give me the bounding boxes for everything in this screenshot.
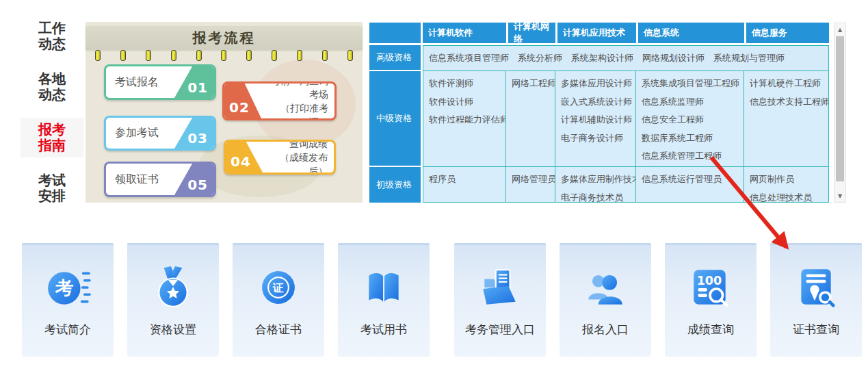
qualification-name: 信息系统运行管理员 [642,170,741,189]
qualification-cell: 多媒体应用制作技术员电子商务技术员 [555,167,636,203]
card-exam-books[interactable]: 考试用书 [338,243,430,357]
scroll-thumb[interactable] [836,36,844,181]
qualification-cell: 信息系统运行管理员 [636,167,744,203]
qualification-cell: 网络管理员 [506,167,555,203]
qualification-cell: 网络工程师 [506,71,555,167]
qualification-cell: 程序员 [423,167,506,203]
card-exam-admin-entry[interactable]: 考务管理入口 [454,243,546,357]
users-icon [583,263,628,312]
flow-panel-title: 报考流程 [86,26,363,50]
table-header-col-2: 计算机应用技术 [555,23,636,43]
step-number: 01 [187,79,208,96]
qualification-name: 程序员 [429,170,503,189]
qualification-name: 多媒体应用设计师 [561,75,633,93]
qualification-table: 计算机软件计算机网络计算机应用技术信息系统信息服务高级资格信息系统项目管理师 系… [369,23,846,203]
sidebar-item-exam-schedule[interactable]: 考试 安排 [21,168,83,208]
qualification-name: 网络工程师 [512,75,552,93]
flow-title-text: 报考流程 [193,29,256,47]
qualification-cell-senior: 信息系统项目管理师 系统分析师 系统架构设计师 网络规划设计师 系统规划与管理师 [423,45,829,71]
card-label-score-query: 成绩查询 [687,322,734,337]
certificate-search-icon [793,263,839,312]
book-icon [361,263,406,312]
qualification-name: 嵌入式系统设计师 [561,93,633,112]
qualification-name: 数据库系统工程师 [642,129,741,148]
binder-pin-icon [196,50,202,61]
card-label-certificate-query: 证书查询 [793,322,839,337]
binder-pin-icon [95,50,101,61]
qualification-name: 信息系统监理师 [642,93,741,112]
card-label-exam-admin-entry: 考务管理入口 [465,322,535,337]
svg-text:考: 考 [54,277,73,298]
table-header-col-4: 信息服务 [744,23,829,43]
folder-doc-icon [477,263,523,312]
step-label: 考前一周查询考场 （打印准考证） [263,84,328,118]
binder-pin-icon [246,50,252,61]
sidebar-item-work-news[interactable]: 工作 动态 [21,16,83,56]
qualification-name: 电子商务技术员 [561,189,633,203]
qualification-name: 系统集成项目管理工程师 [642,75,741,93]
table-header-col-0: 计算机软件 [423,23,506,43]
score-search-icon: 100 [688,263,733,312]
qualification-cell: 计算机硬件工程师信息技术支持工程师 [744,71,829,167]
step-label: 考试报名 [115,66,173,98]
row-label-junior: 初级资格 [369,167,421,203]
qualification-name: 信息安全工程师 [642,111,741,129]
flow-step-02: 考前一周查询考场 （打印准考证）02 [222,81,337,120]
sidebar-item-local-news[interactable]: 各地 动态 [21,67,83,107]
qualification-cell: 系统集成项目管理工程师信息系统监理师信息安全工程师数据库系统工程师信息系统管理工… [636,71,744,167]
table-scrollbar[interactable]: ▲ ▼ [834,23,846,203]
step-number: 04 [231,153,251,170]
table-corner-cell [369,23,421,43]
binder-pins [95,50,353,61]
seal-icon: 证 [255,263,302,312]
qualification-cell: 网页制作员信息处理技术员 [744,167,829,203]
binder-pin-icon [347,50,353,61]
row-label-senior: 高级资格 [369,45,421,71]
qualification-name: 网页制作员 [750,170,826,189]
card-label-registration-entry: 报名入口 [582,322,629,337]
exam-process-panel: 报考流程 考试报名01考前一周查询考场 （打印准考证）02参加考试03查询成绩 … [86,22,363,203]
binder-pin-icon [221,50,226,61]
flow-step-01: 考试报名01 [104,64,216,100]
exam-icon: 考 [44,263,92,312]
sidebar: 工作 动态各地 动态报考 指南考试 安排 [21,16,83,208]
quick-entry-cards: 考考试简介资格设置证合格证书考试用书考务管理入口报名入口100成绩查询证书查询 [22,243,862,357]
card-registration-entry[interactable]: 报名入口 [560,243,651,357]
qualification-name: 信息技术支持工程师 [750,93,826,112]
flow-step-04: 查询成绩 （成绩发布后）04 [224,140,336,175]
card-label-exam-intro: 考试简介 [44,322,91,337]
card-exam-intro[interactable]: 考考试简介 [22,243,114,357]
qualification-name: 计算机辅助设计师 [561,111,633,129]
scroll-up-button[interactable]: ▲ [834,24,845,35]
flow-step-03: 参加考试03 [104,116,216,151]
row-label-intermediate: 中级资格 [369,71,421,167]
qualification-cell: 软件评测师软件设计师软件过程能力评估师 [423,71,506,167]
step-label: 查询成绩 （成绩发布后） [264,142,328,172]
card-qualification-setting[interactable]: 资格设置 [127,243,219,357]
binder-pin-icon [146,50,151,61]
card-pass-certificate[interactable]: 证合格证书 [233,243,324,357]
table-header-col-3: 信息系统 [636,23,744,43]
qualification-name: 电子商务设计师 [561,129,633,148]
softexam-portal-page: 工作 动态各地 动态报考 指南考试 安排 报考流程 考试报名01考前一周查询考场… [0,0,868,371]
sidebar-item-apply-guide[interactable]: 报考 指南 [21,118,83,157]
card-label-pass-certificate: 合格证书 [255,322,302,337]
svg-text:证: 证 [272,281,284,294]
step-label: 参加考试 [115,118,173,149]
qualification-name: 多媒体应用制作技术员 [561,170,633,189]
binder-pin-icon [297,50,302,61]
scroll-down-button[interactable]: ▼ [834,190,845,201]
qualification-grid: 计算机软件计算机网络计算机应用技术信息系统信息服务高级资格信息系统项目管理师 系… [369,23,829,203]
binder-pin-icon [272,50,277,61]
step-label: 领取证书 [115,164,173,195]
qualification-name: 信息系统管理工程师 [642,147,741,166]
qualification-name: 网络管理员 [512,170,552,189]
card-certificate-query[interactable]: 证书查询 [770,243,862,357]
svg-text:100: 100 [697,274,722,287]
medal-icon [150,263,196,312]
qualification-name: 软件设计师 [429,93,503,112]
card-score-query[interactable]: 100成绩查询 [665,243,757,357]
step-number: 02 [229,99,250,116]
qualification-name: 计算机硬件工程师 [750,75,826,93]
binder-pin-icon [120,50,126,61]
